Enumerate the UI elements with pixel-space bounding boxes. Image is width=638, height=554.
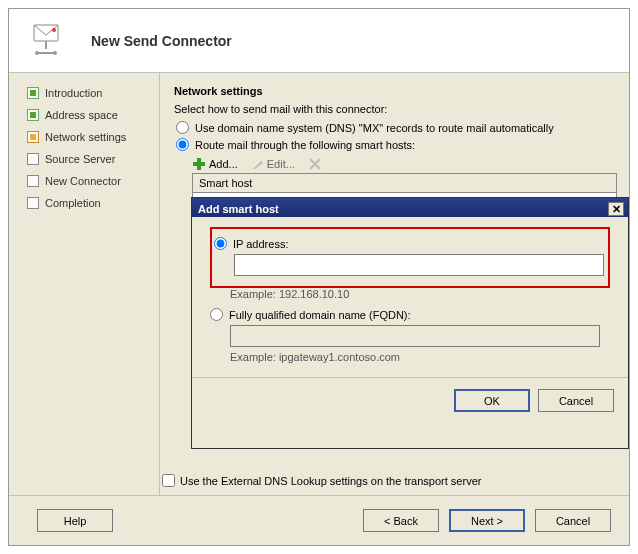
dialog-titlebar[interactable]: Add smart host ✕ xyxy=(192,198,628,217)
x-icon xyxy=(309,158,321,170)
add-smart-host-dialog: Add smart host ✕ IP address: Example: 19… xyxy=(191,197,629,449)
wizard-title: New Send Connector xyxy=(91,33,232,49)
external-dns-checkbox[interactable]: Use the External DNS Lookup settings on … xyxy=(162,474,481,487)
radio-fqdn-label: Fully qualified domain name (FQDN): xyxy=(229,309,411,321)
radio-use-smarthost[interactable]: Route mail through the following smart h… xyxy=(176,138,617,151)
add-button[interactable]: Add... xyxy=(192,157,238,171)
add-button-label: Add... xyxy=(209,158,238,170)
radio-fqdn-input[interactable] xyxy=(210,308,223,321)
sidebar-step-source-server: Source Server xyxy=(27,153,159,165)
wizard-footer: Help < Back Next > Cancel xyxy=(9,495,629,545)
sidebar-step-new-connector: New Connector xyxy=(27,175,159,187)
sidebar-step-network-settings: Network settings xyxy=(27,131,159,143)
dialog-button-row: OK Cancel xyxy=(192,377,628,423)
svg-point-4 xyxy=(35,51,39,55)
wizard-header: New Send Connector xyxy=(9,9,629,73)
step-pending-icon xyxy=(27,153,39,165)
ip-hint: Example: 192.168.10.10 xyxy=(230,288,610,300)
wizard-window: New Send Connector Introduction Address … xyxy=(8,8,630,546)
pencil-icon xyxy=(252,158,264,170)
sidebar-step-label: New Connector xyxy=(45,175,121,187)
step-done-icon xyxy=(27,87,39,99)
fqdn-hint: Example: ipgateway1.contoso.com xyxy=(230,351,610,363)
smarthost-table-header: Smart host xyxy=(193,174,616,193)
sidebar-step-label: Introduction xyxy=(45,87,102,99)
edit-button: Edit... xyxy=(252,158,295,170)
fqdn-input xyxy=(230,325,600,347)
sidebar-step-label: Network settings xyxy=(45,131,126,143)
ip-address-input[interactable] xyxy=(234,254,604,276)
radio-ip-address-label: IP address: xyxy=(233,238,288,250)
step-done-icon xyxy=(27,109,39,121)
step-active-icon xyxy=(27,131,39,143)
section-subtitle: Select how to send mail with this connec… xyxy=(174,103,617,115)
sidebar-step-address-space: Address space xyxy=(27,109,159,121)
svg-point-5 xyxy=(53,51,57,55)
mail-connector-icon xyxy=(23,19,73,63)
cancel-button[interactable]: Cancel xyxy=(535,509,611,532)
dialog-cancel-button[interactable]: Cancel xyxy=(538,389,614,412)
radio-use-dns-input[interactable] xyxy=(176,121,189,134)
section-title: Network settings xyxy=(174,85,617,97)
radio-use-dns-label: Use domain name system (DNS) "MX" record… xyxy=(195,122,554,134)
smarthost-toolbar: Add... Edit... xyxy=(192,157,617,171)
close-icon[interactable]: ✕ xyxy=(608,202,624,216)
sidebar-step-label: Address space xyxy=(45,109,118,121)
radio-ip-address[interactable]: IP address: xyxy=(214,237,602,250)
svg-rect-7 xyxy=(193,162,205,166)
plus-icon xyxy=(192,157,206,171)
svg-rect-2 xyxy=(45,41,47,49)
ip-address-highlight: IP address: xyxy=(210,227,610,288)
radio-ip-address-input[interactable] xyxy=(214,237,227,250)
delete-button xyxy=(309,158,324,170)
edit-button-label: Edit... xyxy=(267,158,295,170)
help-button[interactable]: Help xyxy=(37,509,113,532)
step-pending-icon xyxy=(27,197,39,209)
external-dns-checkbox-input[interactable] xyxy=(162,474,175,487)
radio-use-smarthost-label: Route mail through the following smart h… xyxy=(195,139,415,151)
step-pending-icon xyxy=(27,175,39,187)
back-button[interactable]: < Back xyxy=(363,509,439,532)
ok-button[interactable]: OK xyxy=(454,389,530,412)
sidebar-step-completion: Completion xyxy=(27,197,159,209)
sidebar-step-introduction: Introduction xyxy=(27,87,159,99)
sidebar-step-label: Completion xyxy=(45,197,101,209)
radio-use-dns[interactable]: Use domain name system (DNS) "MX" record… xyxy=(176,121,617,134)
svg-point-1 xyxy=(52,28,56,32)
sidebar-step-label: Source Server xyxy=(45,153,115,165)
external-dns-checkbox-label: Use the External DNS Lookup settings on … xyxy=(180,475,481,487)
dialog-title-text: Add smart host xyxy=(198,203,279,215)
radio-use-smarthost-input[interactable] xyxy=(176,138,189,151)
wizard-sidebar: Introduction Address space Network setti… xyxy=(9,73,159,495)
radio-fqdn[interactable]: Fully qualified domain name (FQDN): xyxy=(210,308,610,321)
next-button[interactable]: Next > xyxy=(449,509,525,532)
